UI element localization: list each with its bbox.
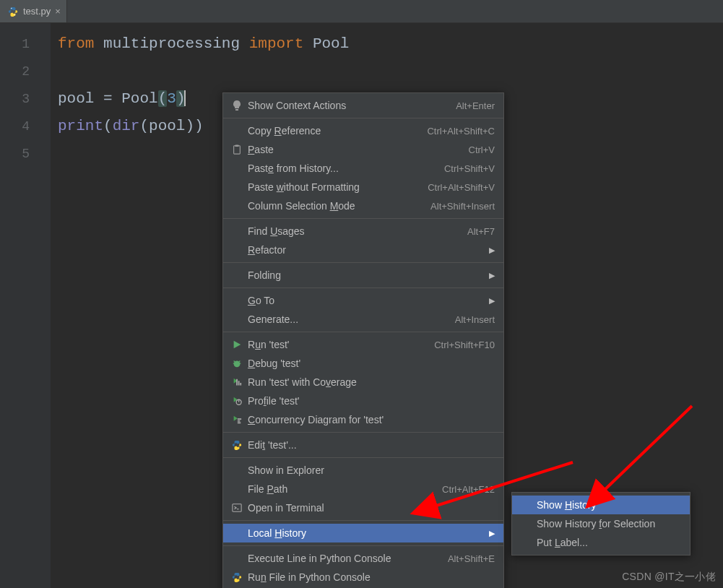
svg-rect-2 — [235, 109, 238, 111]
bulb-icon — [229, 100, 245, 111]
svg-point-0 — [11, 7, 12, 8]
menu-item[interactable]: Paste without FormattingCtrl+Alt+Shift+V — [223, 178, 503, 196]
tab-filename: test.py — [23, 6, 51, 17]
menu-item[interactable]: Execute Line in Python ConsoleAlt+Shift+… — [223, 549, 503, 568]
menu-item-label: Execute Line in Python Console — [245, 553, 448, 564]
menu-item-label: Column Selection Mode — [245, 200, 430, 212]
menu-item-label: Run 'test' with Coverage — [245, 376, 495, 388]
menu-item-label: Refactor — [245, 244, 482, 256]
menu-item-label: Run 'test' — [245, 339, 434, 350]
context-submenu[interactable]: Show HistoryShow History for SelectionPu… — [511, 492, 690, 555]
menu-item[interactable]: Put Label... — [512, 533, 690, 552]
menu-item-label: Run File in Python Console — [245, 571, 495, 583]
menu-item-shortcut: Ctrl+Shift+F10 — [434, 340, 495, 350]
menu-item[interactable]: PasteCtrl+V — [223, 140, 503, 159]
code-line-1: from multiprocessing import Pool — [58, 30, 723, 58]
code-line-2 — [58, 58, 723, 85]
menu-item[interactable]: Profile 'test' — [223, 392, 503, 410]
menu-item[interactable]: Go To▶ — [223, 291, 503, 310]
run-icon — [229, 340, 245, 350]
menu-item-label: Edit 'test'... — [245, 439, 495, 451]
profile-icon — [229, 396, 245, 406]
svg-point-1 — [14, 14, 14, 14]
menu-separator — [223, 262, 503, 263]
menu-item-label: Profile 'test' — [245, 395, 495, 407]
menu-item[interactable]: Debug 'test' — [223, 354, 503, 373]
menu-item[interactable]: Generate...Alt+Insert — [223, 310, 503, 329]
menu-separator — [223, 118, 503, 118]
svg-rect-4 — [235, 144, 238, 147]
svg-rect-12 — [238, 420, 241, 422]
svg-rect-13 — [238, 423, 241, 424]
menu-item[interactable]: Edit 'test'... — [223, 436, 503, 454]
menu-separator — [223, 332, 503, 332]
paste-icon — [229, 144, 245, 155]
menu-separator — [223, 287, 503, 288]
editor-tab[interactable]: test.py × — [0, 0, 67, 22]
svg-rect-11 — [238, 418, 241, 420]
menu-item-label: Find Usages — [245, 225, 467, 237]
menu-separator — [223, 545, 503, 546]
svg-rect-3 — [234, 146, 241, 154]
menu-item-label: Show Context Actions — [245, 100, 456, 111]
menu-item[interactable]: Show History for Selection — [512, 514, 690, 533]
menu-item-label: Go To — [245, 295, 482, 306]
menu-item-label: Concurrency Diagram for 'test' — [245, 414, 495, 425]
menu-item-shortcut: Ctrl+V — [469, 144, 495, 155]
menu-item-shortcut: Alt+Shift+E — [448, 553, 495, 564]
menu-item-shortcut: Ctrl+Alt+Shift+C — [427, 126, 495, 137]
menu-item[interactable]: File PathCtrl+Alt+F12 — [223, 480, 503, 498]
menu-item-label: Debug 'test' — [245, 358, 495, 369]
menu-item[interactable]: Column Selection ModeAlt+Shift+Insert — [223, 196, 503, 215]
menu-item-label: Show History — [534, 499, 681, 511]
tab-bar: test.py × — [0, 0, 723, 23]
menu-item[interactable]: Concurrency Diagram for 'test' — [223, 410, 503, 429]
menu-item[interactable]: Show in Explorer — [223, 461, 503, 480]
menu-item[interactable]: Copy ReferenceCtrl+Alt+Shift+C — [223, 121, 503, 140]
menu-separator — [223, 520, 503, 521]
menu-item-shortcut: Alt+Shift+Insert — [430, 201, 495, 212]
watermark: CSDN @IT之一小佬 — [622, 571, 716, 584]
submenu-arrow-icon: ▶ — [489, 246, 495, 255]
concurrency-icon — [229, 415, 245, 425]
debug-icon — [229, 358, 245, 368]
submenu-arrow-icon: ▶ — [489, 271, 495, 280]
submenu-arrow-icon: ▶ — [489, 529, 495, 538]
menu-item[interactable]: Refactor▶ — [223, 241, 503, 259]
menu-item-label: Paste without Formatting — [245, 181, 428, 193]
svg-line-8 — [239, 361, 241, 363]
menu-item-label: Show History for Selection — [534, 518, 681, 529]
menu-item-label: Folding — [245, 269, 482, 281]
menu-item-shortcut: Ctrl+Alt+F12 — [442, 484, 495, 495]
menu-item[interactable]: Paste from History...Ctrl+Shift+V — [223, 159, 503, 178]
menu-item[interactable]: Show History — [512, 496, 690, 514]
menu-item-label: File Path — [245, 483, 442, 495]
context-menu[interactable]: Show Context ActionsAlt+EnterCopy Refere… — [222, 92, 504, 588]
menu-item[interactable]: Local History▶ — [223, 524, 503, 542]
line-gutter: 1 2 3 4 5 — [0, 23, 51, 588]
menu-separator — [223, 432, 503, 433]
menu-item-shortcut: Alt+F7 — [467, 226, 495, 237]
text-caret — [184, 90, 186, 106]
menu-item[interactable]: Find UsagesAlt+F7 — [223, 222, 503, 241]
menu-item-label: Generate... — [245, 314, 455, 325]
menu-item-label: Local History — [245, 527, 482, 539]
menu-item-label: Copy Reference — [245, 125, 427, 137]
svg-line-7 — [234, 361, 235, 363]
menu-item[interactable]: Open in Terminal — [223, 498, 503, 517]
terminal-icon — [229, 503, 245, 513]
python-file-icon — [7, 6, 19, 17]
menu-item[interactable]: Run File in Python Console — [223, 568, 503, 587]
menu-separator — [223, 457, 503, 458]
menu-item[interactable]: Run 'test'Ctrl+Shift+F10 — [223, 335, 503, 354]
menu-item[interactable]: Folding▶ — [223, 266, 503, 285]
menu-item-shortcut: Alt+Enter — [456, 100, 495, 111]
menu-item-label: Paste — [245, 144, 469, 155]
menu-item-label: Open in Terminal — [245, 502, 495, 514]
menu-item[interactable]: Show Context ActionsAlt+Enter — [223, 96, 503, 115]
menu-item-shortcut: Alt+Insert — [455, 314, 495, 325]
tab-close-icon[interactable]: × — [55, 7, 61, 16]
menu-item[interactable]: Run 'test' with Coverage — [223, 373, 503, 392]
menu-item-shortcut: Ctrl+Shift+V — [444, 163, 495, 174]
coverage-icon — [229, 377, 245, 387]
